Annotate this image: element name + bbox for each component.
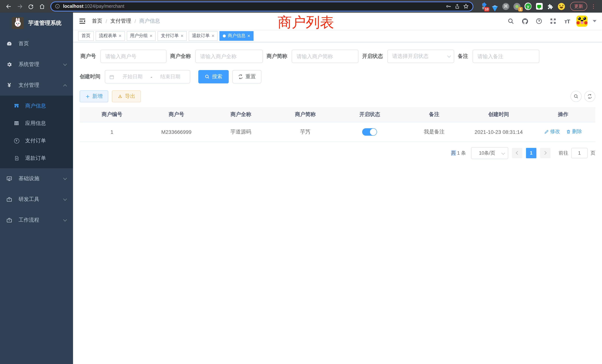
extensions-puzzle-icon[interactable] (547, 3, 554, 10)
status-toggle[interactable] (362, 128, 377, 136)
cell-full-name: 芋道源码 (209, 122, 273, 142)
breadcrumb-payment[interactable]: 支付管理 (110, 18, 131, 24)
sidebar-item-app-info[interactable]: 应用信息 (0, 115, 73, 132)
next-page-button[interactable] (540, 148, 550, 158)
add-button[interactable]: 新增 (80, 90, 108, 102)
extension-recorder-icon[interactable]: 1 (513, 3, 520, 10)
start-date-placeholder: 开始日期 (117, 73, 149, 80)
tab-process-form[interactable]: 流程表单× (96, 31, 125, 41)
status-select[interactable]: 请选择开启状态 (387, 50, 454, 63)
extension-badge: 1 (518, 7, 523, 11)
browser-menu-kebab-icon[interactable]: ⋮ (589, 1, 598, 11)
font-size-icon[interactable]: тT (562, 16, 572, 26)
search-icon (573, 94, 579, 99)
browser-reload-button[interactable] (26, 1, 36, 11)
sidebar-item-workflow[interactable]: 工作流程 (0, 210, 73, 231)
filter-create-time: 创建时间 开始日期 - 结束日期 (80, 70, 190, 83)
extension-blocks-icon[interactable]: 10 (480, 3, 487, 10)
sidebar-item-dev-tools[interactable]: 研发工具 (0, 189, 73, 210)
sidebar-collapse-icon[interactable] (79, 17, 86, 25)
sidebar-item-system[interactable]: 系统管理 (0, 54, 73, 75)
chevron-down-icon (501, 151, 505, 155)
close-icon[interactable]: × (247, 33, 250, 38)
tab-pay-order[interactable]: 支付订单× (158, 31, 187, 41)
close-icon[interactable]: × (181, 33, 183, 38)
remark-input[interactable] (473, 50, 539, 63)
header-search-icon[interactable] (506, 16, 516, 26)
tab-home[interactable]: 首页 (78, 31, 94, 41)
profile-emoji-icon[interactable] (558, 3, 565, 10)
extension-chat-icon[interactable] (536, 3, 543, 10)
avatar-caret-icon[interactable] (593, 20, 596, 22)
sidebar: 芋道管理系统 首页 系统管理 ¥ 支付管理 (0, 13, 73, 364)
show-search-toggle-button[interactable] (570, 91, 582, 102)
chevron-right-icon (543, 151, 547, 155)
browser-home-button[interactable] (37, 1, 47, 11)
url-text: localhost:1024/pay/merchant (63, 4, 443, 9)
sidebar-item-label: 支付订单 (25, 137, 46, 144)
breadcrumb-home[interactable]: 首页 (92, 18, 102, 24)
date-range-picker[interactable]: 开始日期 - 结束日期 (105, 70, 190, 83)
grid-icon (14, 120, 19, 126)
help-icon[interactable] (534, 16, 544, 26)
password-key-icon[interactable] (446, 3, 452, 9)
chevron-down-icon (63, 62, 67, 66)
export-button[interactable]: 导出 (112, 90, 141, 102)
filter-row-1: 商户号 商户全称 商户简称 开启状态 请选择开启状态 (80, 50, 595, 63)
close-icon[interactable]: × (212, 33, 215, 38)
tab-merchant-info[interactable]: 商户信息× (220, 31, 254, 41)
prev-page-button[interactable] (512, 148, 522, 158)
address-bar[interactable]: localhost:1024/pay/merchant (50, 1, 473, 11)
sidebar-item-payment[interactable]: ¥ 支付管理 (0, 75, 73, 96)
page-number-button[interactable]: 1 (526, 148, 536, 158)
share-icon[interactable] (454, 3, 460, 9)
field-label: 备注 (458, 53, 473, 60)
sidebar-item-home[interactable]: 首页 (0, 33, 73, 54)
sidebar-item-refund-order[interactable]: 退款订单 (0, 149, 73, 167)
yen-icon: ¥ (6, 82, 12, 88)
breadcrumb-separator: / (106, 18, 107, 24)
cell-merchant-no: M233666999 (144, 122, 209, 142)
browser-back-button[interactable] (4, 1, 13, 11)
sidebar-item-infrastructure[interactable]: 基础设施 (0, 168, 73, 189)
bookmark-star-icon[interactable] (463, 3, 469, 9)
table-row: 1 M233666999 芋道源码 芋艿 我是备注 2021-10-23 08:… (80, 122, 595, 142)
tab-user-group[interactable]: 用户分组× (127, 31, 156, 41)
chevron-down-icon (63, 176, 67, 180)
search-button[interactable]: 搜索 (198, 70, 229, 83)
chevron-up-icon (63, 84, 67, 88)
sidebar-item-merchant-info[interactable]: 商户信息 (0, 97, 73, 115)
fullscreen-icon[interactable] (548, 16, 558, 26)
site-info-icon[interactable] (55, 4, 60, 9)
edit-pencil-icon (544, 129, 549, 134)
sidebar-item-pay-order[interactable]: ¥ 支付订单 (0, 132, 73, 149)
page-unit-label: 页 (591, 150, 595, 156)
browser-update-button[interactable]: 更新 (570, 2, 587, 11)
merchant-no-input[interactable] (100, 50, 166, 63)
extension-command-icon[interactable]: ⌘ (502, 3, 509, 10)
delete-link[interactable]: 删除 (566, 128, 582, 135)
col-status: 开启状态 (337, 107, 402, 122)
user-avatar[interactable] (576, 16, 588, 27)
tab-refund-order[interactable]: 退款订单× (189, 31, 218, 41)
reset-button[interactable]: 重置 (232, 70, 261, 83)
cell-short-name: 芋艿 (273, 122, 337, 142)
goto-page-input[interactable] (571, 148, 588, 158)
refresh-table-button[interactable] (584, 91, 595, 102)
search-icon (205, 74, 210, 79)
shop-icon (14, 103, 19, 109)
close-icon[interactable]: × (150, 33, 152, 38)
col-merchant-id: 商户编号 (80, 107, 144, 122)
extension-y-icon[interactable]: y (525, 3, 532, 10)
edit-link[interactable]: 修改 (544, 128, 560, 135)
browser-forward-button[interactable] (15, 1, 24, 11)
sidebar-logo[interactable]: 芋道管理系统 (0, 13, 73, 33)
page-size-select[interactable]: 10条/页 (471, 147, 508, 159)
github-icon[interactable] (520, 16, 530, 26)
cell-actions: 修改 删除 (531, 122, 595, 142)
full-name-input[interactable] (195, 50, 263, 63)
short-name-input[interactable] (292, 50, 358, 63)
reload-icon (28, 3, 34, 9)
extension-gem-icon[interactable] (491, 3, 498, 10)
close-icon[interactable]: × (119, 33, 121, 38)
